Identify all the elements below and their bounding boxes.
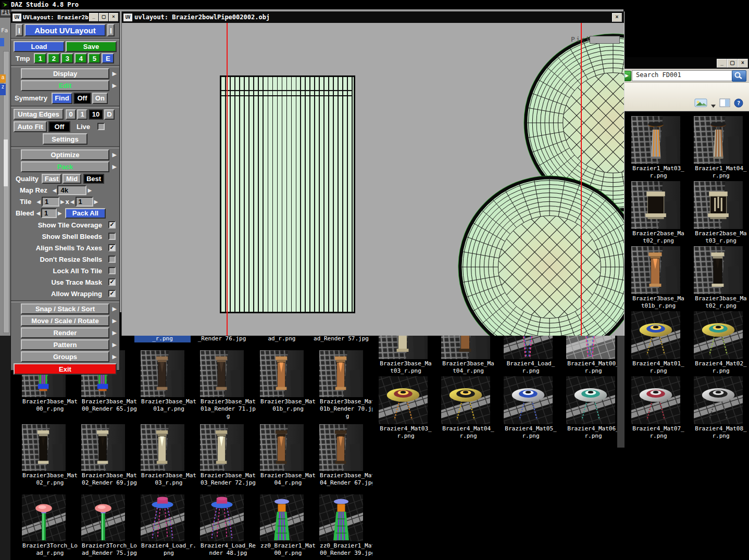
tmp-slot-2-button[interactable]: 2 xyxy=(47,53,60,63)
show-shell-bleeds-checkbox[interactable] xyxy=(108,233,116,240)
file-thumbnail[interactable]: Brazier3base_Mat03_r.png xyxy=(141,424,197,487)
dont-resize-shells-checkbox[interactable] xyxy=(108,256,116,263)
decrement-arrow-icon[interactable]: ◀ xyxy=(70,199,74,205)
file-thumbnail[interactable]: Brazier3Torch_Load_r.png xyxy=(22,494,78,557)
file-thumbnail[interactable]: Brazier3base_Mat03_Render 72.jpg xyxy=(200,424,256,487)
untag-10-value[interactable]: 10 xyxy=(89,109,103,120)
file-thumbnail[interactable]: zz0_Brazier1_Mat00_Render 39.jpg xyxy=(319,494,376,557)
decrement-arrow-icon[interactable]: ◀ xyxy=(36,199,41,205)
file-thumbnail[interactable]: Brazier1_Mat03_r.png xyxy=(631,116,685,180)
increment-arrow-icon[interactable]: ▶ xyxy=(88,187,92,193)
lock-all-to-tile-checkbox[interactable] xyxy=(108,267,116,274)
file-thumbnail[interactable]: Brazier3base_Mat01a_Render 71.jpg xyxy=(200,350,256,420)
allow-wrapping-checkbox[interactable]: ✓ xyxy=(108,290,116,297)
tile-x-value[interactable]: 1 xyxy=(42,197,59,207)
snap-stack-sort-button[interactable]: Snap / Stack / Sort xyxy=(21,303,109,314)
increment-arrow-icon[interactable]: ▶ xyxy=(60,199,65,205)
file-thumbnail[interactable]: Brazier4_Mat07_r.png xyxy=(631,376,685,440)
groups-button[interactable]: Groups xyxy=(21,351,109,362)
file-thumbnail[interactable]: Brazier4_Mat06_r.png xyxy=(566,376,620,440)
auto-fit-button[interactable]: Auto Fit xyxy=(14,121,47,132)
symmetry-find-button[interactable]: Find xyxy=(52,93,72,104)
tmp-slot-5-button[interactable]: 5 xyxy=(88,53,101,63)
preview-pane-icon[interactable] xyxy=(719,98,731,110)
file-thumbnail[interactable]: Brazier3base_Mat01b_Render 70.jpg xyxy=(319,350,376,420)
tmp-slot-e-button[interactable]: E xyxy=(102,53,114,63)
display-menu-button[interactable]: Display xyxy=(21,68,109,79)
symmetry-on-button[interactable]: On xyxy=(92,93,108,104)
file-label[interactable]: _Render 76.jpg xyxy=(194,335,250,342)
file-thumbnail[interactable]: Brazier3Torch_Load_Render 75.jpg xyxy=(81,494,138,557)
save-button[interactable]: Save xyxy=(66,41,117,52)
tmp-slot-3-button[interactable]: 3 xyxy=(61,53,73,63)
maximize-button[interactable]: ▢ xyxy=(727,59,738,68)
maximize-button[interactable]: ▢ xyxy=(99,13,108,21)
close-button[interactable]: × xyxy=(109,13,118,21)
file-label[interactable]: ad_r.png xyxy=(254,335,310,342)
sort-a-icon[interactable]: a xyxy=(0,74,6,83)
uv-shell-disk-bottom[interactable] xyxy=(458,175,624,336)
file-thumbnail[interactable]: Brazier4_Mat08_r.png xyxy=(694,376,748,440)
settings-button[interactable]: Settings xyxy=(43,133,88,145)
file-thumbnail[interactable]: zz0_Brazier1_Mat00_r.png xyxy=(260,494,316,557)
file-thumbnail[interactable]: Brazier3base_Mat01b_r.png xyxy=(631,246,685,310)
help-icon[interactable]: ? xyxy=(734,98,744,111)
untag-0-button[interactable]: 0 xyxy=(66,109,76,120)
bleed-value[interactable]: 1 xyxy=(41,208,57,218)
file-thumbnail[interactable]: Brazier3base_Mat02_r.png xyxy=(694,246,748,310)
increment-arrow-icon[interactable]: ▶ xyxy=(94,199,98,205)
sort-z-icon[interactable]: z xyxy=(0,84,6,95)
file-thumbnail[interactable]: Brazier4_Load_Render 48.jpg xyxy=(200,494,256,557)
file-thumbnail[interactable]: Brazier3base_Mat02_Render 69.jpg xyxy=(81,424,138,487)
file-thumbnail[interactable]: Brazier3base_Mat04_Render 67.jpg xyxy=(319,424,376,487)
file-menu[interactable]: File xyxy=(0,9,11,18)
quality-fast-button[interactable]: Fast xyxy=(42,174,61,184)
optimize-menu-button[interactable]: Optimize xyxy=(21,149,109,160)
use-trace-mask-checkbox[interactable]: ✓ xyxy=(108,278,116,286)
file-thumbnail[interactable]: Brazier4_Mat02_r.png xyxy=(694,311,748,375)
untag-d-button[interactable]: D xyxy=(104,109,115,120)
close-button[interactable]: × xyxy=(738,59,748,68)
file-thumbnail[interactable]: Brazier2base_Mat03_r.png xyxy=(694,181,748,245)
show-tile-coverage-checkbox[interactable]: ✓ xyxy=(108,221,116,228)
views-icon[interactable] xyxy=(694,98,708,110)
pack-all-button[interactable]: Pack All xyxy=(65,208,106,219)
file-thumbnail[interactable]: Brazier3base_Mat01a_r.png xyxy=(141,350,197,413)
favorites-tab[interactable]: Fa xyxy=(1,27,8,34)
untag-edges-button[interactable]: Untag Edges xyxy=(14,109,64,120)
map-rez-value[interactable]: 4k xyxy=(57,185,86,195)
tmp-slot-4-button[interactable]: 4 xyxy=(74,53,87,63)
panel-collapse-right[interactable]: ❙ xyxy=(107,24,115,36)
search-input[interactable]: Search FD001 xyxy=(632,70,733,81)
uv-window-close-button[interactable]: × xyxy=(612,13,622,22)
file-thumbnail[interactable]: Brazier4_Mat04_r.png xyxy=(441,376,495,440)
selected-file-label[interactable]: _r.png xyxy=(134,335,191,342)
pattern-button[interactable]: Pattern xyxy=(21,339,109,350)
file-thumbnail[interactable]: Brazier4_Mat03_r.png xyxy=(379,376,433,440)
file-thumbnail[interactable]: Brazier4_Load_r.png xyxy=(141,494,197,557)
uv-canvas[interactable]: Pick xyxy=(122,23,624,336)
tile-y-value[interactable]: 1 xyxy=(76,197,93,207)
increment-arrow-icon[interactable]: ▶ xyxy=(58,210,62,216)
file-thumbnail[interactable]: Brazier3base_Mat02_r.png xyxy=(22,424,78,487)
load-button[interactable]: Load xyxy=(14,41,65,52)
file-label[interactable]: ad_Render 57.jpg xyxy=(313,335,369,342)
exit-button[interactable]: Exit xyxy=(14,363,117,375)
file-thumbnail[interactable]: Brazier3base_Mat01b_r.png xyxy=(260,350,316,413)
untag-1-button[interactable]: 1 xyxy=(77,109,88,120)
quality-best-button[interactable]: Best xyxy=(83,174,104,184)
minimize-button[interactable]: _ xyxy=(89,13,98,21)
about-uvlayout-button[interactable]: About UVLayout xyxy=(24,24,106,36)
search-button[interactable] xyxy=(732,70,746,82)
uv-shell-rectangle[interactable] xyxy=(220,75,355,313)
minimize-button[interactable]: _ xyxy=(717,59,727,68)
edit-menu-button[interactable]: Edit xyxy=(21,80,109,91)
decrement-arrow-icon[interactable]: ◀ xyxy=(53,187,57,193)
file-thumbnail[interactable]: Brazier1_Mat04_r.png xyxy=(694,116,748,180)
pack-menu-button[interactable]: Pack xyxy=(21,161,109,172)
quality-mid-button[interactable]: Mid xyxy=(63,174,81,184)
file-thumbnail[interactable]: Brazier3base_Mat04_r.png xyxy=(260,424,316,487)
move-scale-rotate-button[interactable]: Move / Scale / Rotate xyxy=(21,315,109,326)
live-checkbox[interactable] xyxy=(97,123,105,130)
pick-field[interactable] xyxy=(590,36,620,44)
